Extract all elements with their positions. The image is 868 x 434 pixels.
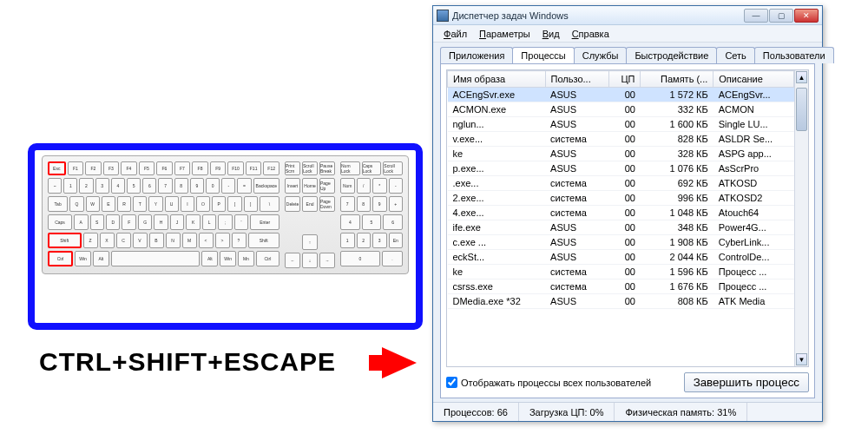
table-row[interactable]: 4.exe...система001 048 КБAtouch64 bbox=[448, 206, 794, 220]
scroll-thumb[interactable] bbox=[796, 88, 807, 131]
cell: csrss.exe bbox=[448, 279, 546, 294]
maximize-button[interactable]: ▢ bbox=[769, 9, 793, 23]
key-f1: F1 bbox=[68, 161, 84, 175]
menu-help[interactable]: Справка bbox=[567, 27, 615, 41]
col-header-3[interactable]: Память (... bbox=[641, 71, 713, 88]
table-row[interactable]: ACEngSvr.exeASUS001 572 КБACEngSvr... bbox=[448, 88, 794, 102]
tab-3[interactable]: Быстродействие bbox=[626, 47, 717, 63]
scroll-down-button[interactable]: ▼ bbox=[796, 353, 807, 365]
cell: ASUS bbox=[545, 235, 609, 250]
key-g: G bbox=[138, 214, 152, 230]
task-manager-window: Диспетчер задач Windows — ▢ ✕ Файл Парам… bbox=[432, 5, 823, 422]
key-9: 9 bbox=[372, 196, 387, 212]
cell: 00 bbox=[609, 147, 641, 161]
tab-2[interactable]: Службы bbox=[574, 47, 628, 63]
tab-0[interactable]: Приложения bbox=[440, 47, 513, 63]
table-row[interactable]: nglun...ASUS001 600 КБSingle LU... bbox=[448, 117, 794, 132]
key-w: W bbox=[86, 196, 100, 212]
cell: 00 bbox=[609, 235, 641, 250]
key--: ↓ bbox=[302, 253, 318, 268]
status-cpu: Загрузка ЦП: 0% bbox=[519, 403, 615, 421]
key-space bbox=[111, 251, 201, 266]
cell: система bbox=[545, 176, 609, 191]
menu-options[interactable]: Параметры bbox=[474, 27, 536, 41]
menu-view[interactable]: Вид bbox=[537, 27, 565, 41]
key--: \ bbox=[260, 196, 279, 212]
key-u: U bbox=[165, 196, 179, 212]
table-row[interactable]: ACMON.exeASUS00332 КБACMON bbox=[448, 102, 794, 117]
scroll-up-button[interactable]: ▲ bbox=[796, 71, 807, 83]
scrollbar[interactable]: ▲ ▼ bbox=[794, 70, 808, 366]
end-process-button[interactable]: Завершить процесс bbox=[684, 372, 809, 392]
cell: 00 bbox=[609, 161, 641, 176]
key-end: End bbox=[302, 196, 318, 212]
key-f7: F7 bbox=[174, 161, 191, 175]
cell: 00 bbox=[609, 191, 641, 206]
cell: ControlDe... bbox=[713, 250, 794, 265]
key-d: D bbox=[106, 214, 120, 230]
key-num-lock: Num Lock bbox=[340, 161, 360, 175]
key-f11: F11 bbox=[246, 161, 262, 175]
key-f5: F5 bbox=[139, 161, 155, 175]
key--: - bbox=[221, 178, 235, 194]
key--: ' bbox=[234, 214, 248, 230]
key-8: 8 bbox=[357, 196, 372, 212]
cell: ASUS bbox=[545, 294, 609, 309]
tab-4[interactable]: Сеть bbox=[716, 47, 754, 63]
key-h: H bbox=[154, 214, 168, 230]
titlebar[interactable]: Диспетчер задач Windows — ▢ ✕ bbox=[433, 6, 822, 25]
table-row[interactable]: csrss.exeсистема001 676 КБПроцесс ... bbox=[448, 279, 794, 294]
key--: ? bbox=[232, 233, 247, 248]
tab-5[interactable]: Пользователи bbox=[754, 47, 834, 63]
key-caps: Caps bbox=[48, 214, 72, 230]
table-row[interactable]: .exe...система00692 КБATKOSD bbox=[448, 176, 794, 191]
tab-1[interactable]: Процессы bbox=[512, 47, 574, 63]
close-button[interactable]: ✕ bbox=[794, 9, 819, 23]
table-row[interactable]: 2.exe...система00996 КБATKOSD2 bbox=[448, 191, 794, 206]
key-s: S bbox=[90, 214, 104, 230]
menu-file[interactable]: Файл bbox=[438, 27, 472, 41]
key-m: M bbox=[182, 233, 197, 248]
col-header-4[interactable]: Описание bbox=[713, 71, 794, 88]
key-i: I bbox=[181, 196, 194, 212]
cell: система bbox=[545, 265, 609, 279]
table-row[interactable]: ife.exeASUS00348 КБPower4G... bbox=[448, 220, 794, 235]
col-header-0[interactable]: Имя образа bbox=[448, 71, 546, 88]
key-7: 7 bbox=[158, 178, 172, 194]
key-v: V bbox=[133, 233, 148, 248]
table-row[interactable]: DMedia.exe *32ASUS00808 КБATK Media bbox=[448, 294, 794, 309]
cell: 1 076 КБ bbox=[641, 161, 713, 176]
table-row[interactable]: keASUS00328 КБASPG app... bbox=[448, 147, 794, 161]
show-all-users-input[interactable] bbox=[446, 377, 457, 388]
cell: 00 bbox=[609, 220, 641, 235]
cell: ACEngSvr.exe bbox=[448, 88, 546, 102]
key-7: 7 bbox=[340, 196, 355, 212]
cell: Atouch64 bbox=[713, 206, 794, 220]
minimize-button[interactable]: — bbox=[744, 9, 768, 23]
cell: система bbox=[545, 279, 609, 294]
key-alt: Alt bbox=[93, 251, 109, 266]
key-3: 3 bbox=[95, 178, 109, 194]
key-k: K bbox=[186, 214, 200, 230]
cell: ACEngSvr... bbox=[713, 88, 794, 102]
col-header-2[interactable]: ЦП bbox=[609, 71, 641, 88]
cell: ASUS bbox=[545, 102, 609, 117]
key-caps-lock: Caps Lock bbox=[362, 161, 382, 175]
cell: ASUS bbox=[545, 250, 609, 265]
cell: Power4G... bbox=[713, 220, 794, 235]
cell: 692 КБ bbox=[641, 176, 713, 191]
key-j: J bbox=[170, 214, 184, 230]
cell: ASUS bbox=[545, 117, 609, 132]
table-row[interactable]: c.exe ...ASUS001 908 КБCyberLink... bbox=[448, 235, 794, 250]
table-row[interactable]: eckSt...ASUS002 044 КБControlDe... bbox=[448, 250, 794, 265]
show-all-users-checkbox[interactable]: Отображать процессы всех пользователей bbox=[446, 377, 651, 388]
key-en: En bbox=[389, 233, 404, 248]
col-header-1[interactable]: Пользо... bbox=[545, 71, 609, 88]
table-row[interactable]: v.exe...система00828 КБASLDR Se... bbox=[448, 132, 794, 147]
cell: 1 596 КБ bbox=[641, 265, 713, 279]
key-0: 0 bbox=[206, 178, 220, 194]
table-row[interactable]: keсистема001 596 КБПроцесс ... bbox=[448, 265, 794, 279]
key-y: Y bbox=[148, 196, 162, 212]
table-row[interactable]: p.exe...ASUS001 076 КБAsScrPro bbox=[448, 161, 794, 176]
cell: 828 КБ bbox=[641, 132, 713, 147]
